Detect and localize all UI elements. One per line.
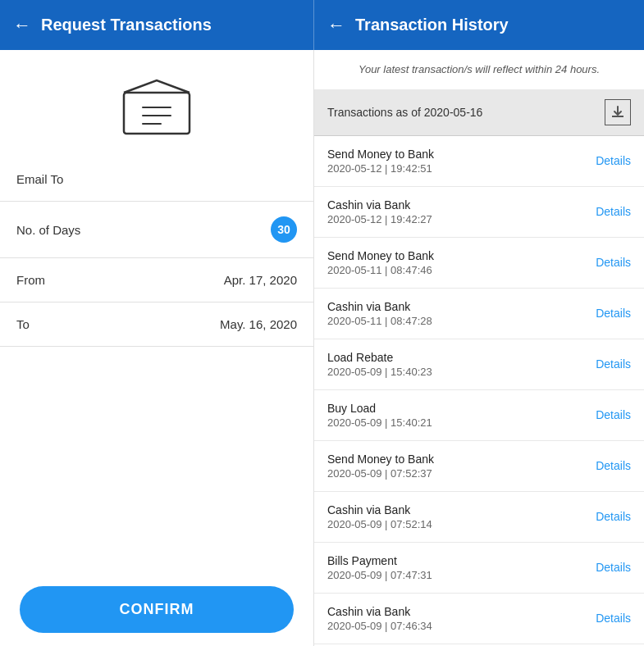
from-field-row: From Apr. 17, 2020	[0, 258, 313, 303]
transaction-info: Cashin via Bank2020-05-12 | 19:42:27	[327, 198, 432, 225]
transaction-item: Cashin via Bank2020-05-11 | 08:47:28Deta…	[314, 289, 644, 339]
transaction-date: 2020-05-09 | 07:52:37	[327, 467, 434, 480]
transaction-name: Send Money to Bank	[327, 148, 434, 161]
from-label: From	[16, 273, 45, 287]
right-panel-title: Transaction History	[355, 16, 509, 34]
transaction-date: 2020-05-12 | 19:42:51	[327, 162, 434, 175]
transaction-info: Send Money to Bank2020-05-09 | 07:52:37	[327, 453, 434, 480]
transaction-name: Send Money to Bank	[327, 453, 434, 466]
transaction-item: Cashin via Bank2020-05-09 | 07:52:14Deta…	[314, 492, 644, 543]
transaction-info: Buy Load2020-05-09 | 15:40:21	[327, 402, 432, 429]
transactions-date: Transactions as of 2020-05-16	[327, 106, 482, 119]
left-header: ← Request Transactions	[0, 0, 314, 50]
transaction-name: Cashin via Bank	[327, 503, 432, 516]
transaction-item: Bills Payment2020-05-09 | 07:47:31Detail…	[314, 543, 644, 594]
confirm-area: CONFIRM	[0, 573, 313, 646]
from-value[interactable]: Apr. 17, 2020	[224, 273, 297, 287]
details-link[interactable]: Details	[596, 154, 631, 167]
email-label: Email To	[16, 172, 63, 186]
email-field-row: Email To	[0, 157, 313, 202]
transaction-item: Send Money to Bank2020-05-11 | 08:47:46D…	[314, 238, 644, 289]
transactions-header: Transactions as of 2020-05-16	[314, 89, 644, 136]
download-button[interactable]	[605, 99, 631, 125]
transaction-info: Cashin via Bank2020-05-09 | 07:46:34	[327, 605, 432, 632]
transaction-date: 2020-05-09 | 15:40:23	[327, 366, 432, 378]
to-field-row: To May. 16, 2020	[0, 303, 313, 347]
form-fields: Email To No. of Days 30 From Apr. 17, 20…	[0, 157, 313, 573]
to-label: To	[16, 317, 30, 331]
transaction-date: 2020-05-11 | 08:47:28	[327, 315, 432, 327]
transaction-date: 2020-05-09 | 07:52:14	[327, 518, 432, 530]
confirm-button[interactable]: CONFIRM	[20, 586, 294, 633]
transaction-info: Load Rebate2020-05-09 | 15:40:23	[327, 351, 432, 378]
transaction-item: Load Rebate2020-05-09 | 15:40:23Details	[314, 339, 644, 390]
right-header: ← Transaction History	[314, 0, 644, 50]
details-link[interactable]: Details	[596, 459, 631, 472]
to-value[interactable]: May. 16, 2020	[220, 317, 297, 331]
transaction-name: Load Rebate	[327, 351, 432, 364]
app-header: ← Request Transactions ← Transaction His…	[0, 0, 644, 50]
transaction-info: Cashin via Bank2020-05-11 | 08:47:28	[327, 300, 432, 327]
transaction-name: Cashin via Bank	[327, 605, 432, 618]
transaction-info: Cashin via Bank2020-05-09 | 07:52:14	[327, 503, 432, 530]
details-link[interactable]: Details	[596, 307, 631, 320]
details-link[interactable]: Details	[596, 357, 631, 371]
transaction-name: Send Money to Bank	[327, 249, 434, 262]
transaction-item: Cashin via Bank2020-05-09 | 07:46:34Deta…	[314, 594, 644, 644]
transaction-date: 2020-05-09 | 15:40:21	[327, 416, 432, 429]
svg-rect-0	[124, 93, 190, 134]
transaction-name: Buy Load	[327, 402, 432, 415]
svg-rect-4	[612, 116, 623, 117]
left-panel-title: Request Transactions	[41, 16, 212, 34]
transaction-item: Send Money to Bank2020-05-09 | 07:52:37D…	[314, 441, 644, 492]
days-label: No. of Days	[16, 223, 80, 237]
details-link[interactable]: Details	[596, 408, 631, 421]
download-icon	[610, 105, 625, 120]
transaction-item: Buy Load2020-05-09 | 15:40:21Details	[314, 390, 644, 441]
details-link[interactable]: Details	[596, 561, 631, 574]
days-field-row: No. of Days 30	[0, 202, 313, 258]
main-content: Email To No. of Days 30 From Apr. 17, 20…	[0, 50, 644, 646]
transaction-list: Send Money to Bank2020-05-12 | 19:42:51D…	[314, 136, 644, 647]
transaction-item: Cashin via Bank2020-05-12 | 19:42:27Deta…	[314, 187, 644, 238]
details-link[interactable]: Details	[596, 612, 631, 625]
transaction-date: 2020-05-12 | 19:42:27	[327, 213, 432, 225]
left-panel: Email To No. of Days 30 From Apr. 17, 20…	[0, 50, 314, 646]
back-button-right[interactable]: ←	[327, 15, 345, 36]
envelope-area	[0, 50, 313, 157]
back-button-left[interactable]: ←	[13, 15, 31, 36]
details-link[interactable]: Details	[596, 510, 631, 523]
transaction-date: 2020-05-09 | 07:46:34	[327, 620, 432, 632]
notice-text: Your latest transaction/s will reflect w…	[314, 50, 644, 89]
transaction-info: Send Money to Bank2020-05-12 | 19:42:51	[327, 148, 434, 175]
transaction-info: Bills Payment2020-05-09 | 07:47:31	[327, 554, 432, 581]
right-panel: Your latest transaction/s will reflect w…	[314, 50, 644, 646]
days-badge[interactable]: 30	[271, 216, 297, 243]
transaction-item: Send Money to Bank2020-05-12 | 19:42:51D…	[314, 136, 644, 187]
transaction-name: Cashin via Bank	[327, 300, 432, 313]
envelope-icon	[120, 76, 194, 138]
transaction-date: 2020-05-09 | 07:47:31	[327, 569, 432, 581]
transaction-info: Send Money to Bank2020-05-11 | 08:47:46	[327, 249, 434, 276]
details-link[interactable]: Details	[596, 256, 631, 269]
transaction-date: 2020-05-11 | 08:47:46	[327, 264, 434, 276]
details-link[interactable]: Details	[596, 205, 631, 218]
transaction-name: Bills Payment	[327, 554, 432, 567]
transaction-name: Cashin via Bank	[327, 198, 432, 212]
